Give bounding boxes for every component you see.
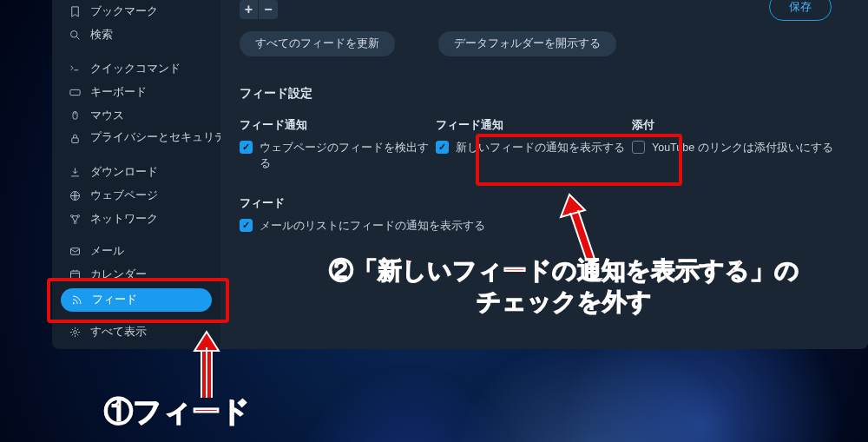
sidebar-item-calendar[interactable]: カレンダー: [52, 263, 220, 287]
sidebar-item-search[interactable]: 検索: [52, 23, 220, 47]
sidebar-item-bookmarks[interactable]: ブックマーク: [52, 0, 220, 23]
settings-sidebar: ブックマーク 検索 クイックコマンド キーボード マウス プライバシーとセキュリ…: [52, 0, 220, 349]
terminal-icon: [68, 63, 82, 76]
detect-webpage-feeds-checkbox[interactable]: [240, 141, 253, 154]
feed-settings-heading: フィード設定: [240, 86, 852, 102]
svg-point-5: [70, 215, 73, 218]
feed-subheading: フィード: [240, 195, 852, 211]
svg-point-6: [77, 215, 80, 218]
feed-notification-heading-1: フィード通知: [240, 117, 436, 133]
remove-feed-button[interactable]: −: [259, 0, 278, 19]
sidebar-item-label: フィード: [92, 294, 137, 307]
calendar-icon: [68, 268, 82, 282]
sidebar-item-keyboard[interactable]: キーボード: [52, 81, 220, 104]
sidebar-item-label: すべて表示: [90, 326, 147, 339]
checkbox-label: ウェブページのフィードを検出する: [260, 140, 436, 171]
sidebar-item-label: カレンダー: [90, 268, 147, 281]
sidebar-item-privacy[interactable]: プライバシーとセキュリティ: [52, 128, 220, 161]
sidebar-item-label: キーボード: [90, 86, 147, 99]
lock-icon: [68, 131, 82, 145]
checkbox-label: メールのリストにフィードの通知を表示する: [260, 218, 485, 234]
annotation-arrow-2: [559, 191, 602, 259]
sidebar-item-label: ネットワーク: [90, 213, 158, 226]
svg-point-11: [73, 331, 76, 334]
globe-icon: [68, 189, 82, 203]
bookmark-icon: [68, 5, 82, 19]
sidebar-item-network[interactable]: ネットワーク: [52, 208, 220, 231]
annotation-arrow-1: [189, 328, 224, 398]
attachment-heading: 添付: [632, 117, 840, 133]
keyboard-icon: [68, 86, 82, 100]
save-button[interactable]: 保存: [769, 0, 832, 21]
show-new-feed-notification-checkbox[interactable]: [436, 141, 449, 154]
sidebar-item-webpages[interactable]: ウェブページ: [52, 184, 220, 208]
mail-icon: [68, 245, 82, 259]
sidebar-item-mouse[interactable]: マウス: [52, 104, 220, 128]
annotation-text-2: ②「新しいフィードの通知を表示する」の チェックを外す: [286, 255, 842, 319]
sidebar-item-mail[interactable]: メール: [52, 240, 220, 263]
checkbox-label: 新しいフィードの通知を表示する: [456, 140, 625, 155]
sidebar-item-label: ウェブページ: [90, 189, 158, 202]
open-data-folder-button[interactable]: データフォルダーを開示する: [438, 31, 616, 56]
svg-rect-8: [70, 248, 79, 255]
svg-point-7: [74, 221, 76, 224]
sidebar-item-label: プライバシーとセキュリティ: [90, 131, 237, 144]
youtube-attachment-checkbox[interactable]: [632, 141, 645, 154]
add-remove-feed-buttons: + −: [240, 0, 278, 19]
sidebar-item-label: ダウンロード: [90, 166, 158, 179]
rss-icon: [69, 294, 83, 307]
download-icon: [68, 166, 82, 180]
svg-rect-9: [70, 271, 79, 279]
sidebar-item-label: ブックマーク: [90, 5, 158, 18]
mail-list-feed-notify-checkbox[interactable]: [240, 219, 253, 232]
add-feed-button[interactable]: +: [240, 0, 259, 19]
mouse-icon: [68, 109, 82, 123]
sidebar-item-label: マウス: [90, 109, 124, 122]
svg-rect-1: [69, 89, 79, 95]
search-icon: [68, 29, 82, 43]
sidebar-item-label: メール: [90, 245, 124, 258]
update-all-feeds-button[interactable]: すべてのフィードを更新: [240, 31, 395, 56]
network-icon: [68, 213, 82, 227]
svg-point-0: [70, 31, 77, 38]
sidebar-item-label: クイックコマンド: [90, 63, 181, 76]
sidebar-item-feeds[interactable]: フィード: [61, 288, 212, 312]
checkbox-label: YouTube のリンクは添付扱いにする: [652, 140, 833, 155]
svg-rect-3: [71, 137, 78, 142]
annotation-text-1: ①フィード: [104, 393, 250, 432]
sidebar-item-quick-commands[interactable]: クイックコマンド: [52, 57, 220, 81]
gear-icon: [68, 326, 82, 340]
feed-notification-heading-2: フィード通知: [436, 117, 632, 133]
sidebar-item-label: 検索: [90, 29, 113, 42]
sidebar-item-downloads[interactable]: ダウンロード: [52, 161, 220, 184]
svg-point-10: [72, 302, 74, 304]
